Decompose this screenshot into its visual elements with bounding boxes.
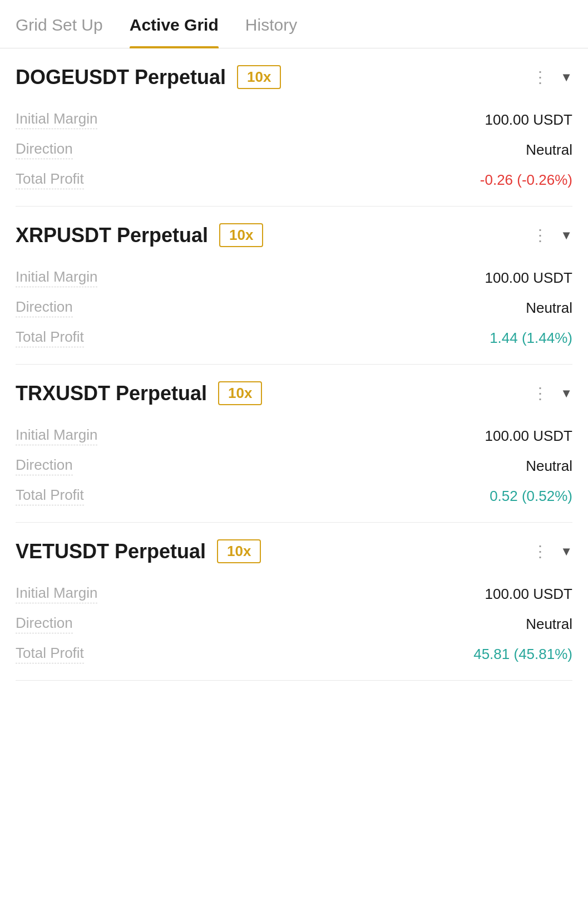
row-value-direction: Neutral [526,616,572,633]
grid-card-xrpusdt: XRPUSDT Perpetual10x⋮▼Initial Margin100.… [16,206,572,365]
row-label-direction: Direction [16,614,73,633]
leverage-badge: 10x [237,65,281,89]
row-value-initialMargin: 100.00 USDT [485,111,572,129]
tab-active-grid[interactable]: Active Grid [130,0,219,48]
card-actions: ⋮▼ [532,228,572,243]
more-options-icon[interactable]: ⋮ [532,544,549,559]
row-value-totalProfit: 0.52 (0.52%) [490,488,572,505]
row-label-totalProfit: Total Profit [16,170,84,189]
row-label-direction: Direction [16,298,73,317]
card-row-direction: DirectionNeutral [16,135,572,165]
row-value-initialMargin: 100.00 USDT [485,427,572,445]
row-value-initialMargin: 100.00 USDT [485,586,572,603]
card-header-trxusdt: TRXUSDT Perpetual10x⋮▼ [16,381,572,405]
card-row-initialMargin: Initial Margin100.00 USDT [16,421,572,451]
chevron-down-icon[interactable]: ▼ [560,544,572,559]
row-value-totalProfit: -0.26 (-0.26%) [480,171,572,189]
row-label-initialMargin: Initial Margin [16,268,97,287]
card-header-xrpusdt: XRPUSDT Perpetual10x⋮▼ [16,223,572,247]
card-row-initialMargin: Initial Margin100.00 USDT [16,579,572,609]
card-title: DOGEUSDT Perpetual [16,66,226,89]
row-label-direction: Direction [16,140,73,159]
card-title: TRXUSDT Perpetual [16,382,207,405]
card-actions: ⋮▼ [532,544,572,559]
row-label-initialMargin: Initial Margin [16,426,97,445]
card-row-initialMargin: Initial Margin100.00 USDT [16,105,572,135]
leverage-badge: 10x [219,223,263,247]
chevron-down-icon[interactable]: ▼ [560,228,572,243]
card-row-totalProfit: Total Profit45.81 (45.81%) [16,639,572,669]
tab-bar: Grid Set UpActive GridHistory [0,0,588,48]
card-row-direction: DirectionNeutral [16,293,572,323]
tab-history[interactable]: History [245,0,297,48]
row-value-direction: Neutral [526,299,572,317]
card-actions: ⋮▼ [532,386,572,401]
chevron-down-icon[interactable]: ▼ [560,70,572,85]
card-row-totalProfit: Total Profit-0.26 (-0.26%) [16,165,572,195]
chevron-down-icon[interactable]: ▼ [560,386,572,401]
card-row-initialMargin: Initial Margin100.00 USDT [16,263,572,293]
card-row-direction: DirectionNeutral [16,609,572,639]
row-label-totalProfit: Total Profit [16,645,84,663]
card-row-direction: DirectionNeutral [16,451,572,481]
card-title-group: VETUSDT Perpetual10x [16,539,261,563]
card-header-vetusdt: VETUSDT Perpetual10x⋮▼ [16,539,572,563]
card-title: XRPUSDT Perpetual [16,224,208,247]
row-label-initialMargin: Initial Margin [16,584,97,603]
more-options-icon[interactable]: ⋮ [532,386,549,401]
row-value-initialMargin: 100.00 USDT [485,269,572,287]
tab-grid-setup[interactable]: Grid Set Up [16,0,103,48]
leverage-badge: 10x [218,381,262,405]
card-title-group: DOGEUSDT Perpetual10x [16,65,281,89]
card-row-totalProfit: Total Profit0.52 (0.52%) [16,481,572,511]
more-options-icon[interactable]: ⋮ [532,228,549,243]
row-label-totalProfit: Total Profit [16,486,84,505]
card-header-dogeusdt: DOGEUSDT Perpetual10x⋮▼ [16,65,572,89]
card-row-totalProfit: Total Profit1.44 (1.44%) [16,323,572,353]
row-value-totalProfit: 1.44 (1.44%) [490,329,572,347]
card-title-group: XRPUSDT Perpetual10x [16,223,263,247]
grid-card-dogeusdt: DOGEUSDT Perpetual10x⋮▼Initial Margin100… [16,48,572,206]
card-actions: ⋮▼ [532,70,572,85]
more-options-icon[interactable]: ⋮ [532,70,549,85]
grid-card-vetusdt: VETUSDT Perpetual10x⋮▼Initial Margin100.… [16,523,572,681]
grid-cards: DOGEUSDT Perpetual10x⋮▼Initial Margin100… [0,48,588,681]
row-value-direction: Neutral [526,141,572,159]
row-label-initialMargin: Initial Margin [16,110,97,129]
leverage-badge: 10x [217,539,261,563]
row-value-totalProfit: 45.81 (45.81%) [473,646,572,663]
row-label-totalProfit: Total Profit [16,328,84,347]
card-title: VETUSDT Perpetual [16,540,206,563]
grid-card-trxusdt: TRXUSDT Perpetual10x⋮▼Initial Margin100.… [16,365,572,523]
row-value-direction: Neutral [526,458,572,475]
row-label-direction: Direction [16,456,73,475]
card-title-group: TRXUSDT Perpetual10x [16,381,262,405]
